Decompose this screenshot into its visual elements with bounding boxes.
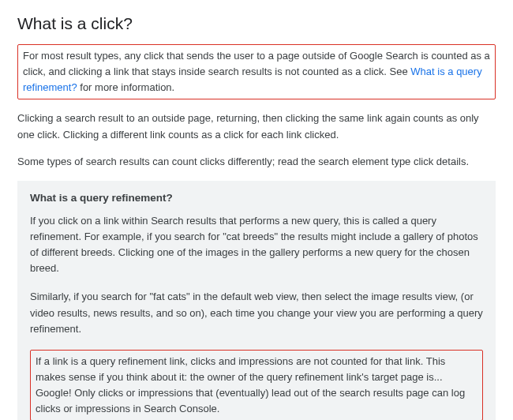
paragraph-repeat-click: Clicking a search result to an outside p… (17, 111, 496, 142)
callout-highlight-box: If a link is a query refinement link, cl… (30, 350, 483, 420)
callout-paragraph-views: Similarly, if you search for "fat cats" … (30, 289, 483, 336)
callout-paragraph-definition: If you click on a link within Search res… (30, 213, 483, 277)
intro-highlight-box: For most result types, any click that se… (17, 44, 496, 99)
paragraph-other-types: Some types of search results can count c… (17, 154, 496, 170)
article: What is a click? For most result types, … (0, 0, 513, 420)
page-title: What is a click? (17, 14, 496, 33)
callout-heading: What is a query refinement? (30, 192, 483, 204)
intro-text-after: for more information. (77, 81, 175, 93)
intro-paragraph: For most result types, any click that se… (23, 48, 490, 96)
query-refinement-callout: What is a query refinement? If you click… (17, 181, 496, 420)
callout-paragraph-not-counted: If a link is a query refinement link, cl… (36, 354, 477, 418)
